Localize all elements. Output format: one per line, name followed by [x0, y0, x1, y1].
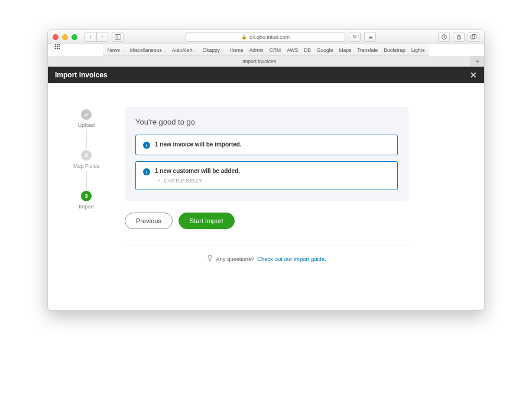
- tabs-icon: [471, 34, 476, 40]
- chevron-down-icon: ⌄: [221, 48, 224, 52]
- bookmark-item[interactable]: Lights: [411, 47, 425, 53]
- page-body: Upload 2 Map Fields 3 Import You're good…: [48, 83, 484, 310]
- nav-arrows: ‹ ›: [85, 32, 108, 42]
- lock-icon: 🔒: [241, 34, 247, 40]
- bookmark-item[interactable]: Admin: [249, 47, 264, 53]
- nav-forward-button[interactable]: ›: [96, 32, 108, 42]
- bookmark-item[interactable]: DB: [304, 47, 311, 53]
- main-content: You're good to go i 1 new invoice will b…: [125, 107, 408, 263]
- browser-toolbar: ‹ › 🔒 c4.qbo.intuit.com ↻ ☁︎: [48, 30, 484, 44]
- wizard-stepper: Upload 2 Map Fields 3 Import: [66, 107, 107, 263]
- check-icon: [84, 112, 89, 117]
- info-invoices: i 1 new invoice will be imported.: [135, 135, 398, 155]
- share-button[interactable]: [453, 32, 465, 42]
- info-icon: i: [143, 142, 150, 149]
- svg-rect-0: [115, 35, 121, 40]
- window-zoom-button[interactable]: [72, 34, 77, 40]
- browser-window: ‹ › 🔒 c4.qbo.intuit.com ↻ ☁︎: [47, 30, 485, 311]
- toolbar-right: [438, 32, 479, 42]
- bookmark-item[interactable]: CRM: [270, 47, 281, 53]
- new-customers-list: CASTLE KELLY: [155, 178, 390, 184]
- chevron-down-icon: ⌄: [121, 48, 124, 52]
- chevron-down-icon: ⌄: [163, 48, 166, 52]
- reload-button[interactable]: ↻: [349, 32, 361, 42]
- step-map-fields: 2 Map Fields: [73, 150, 99, 169]
- info-icon: i: [143, 168, 150, 175]
- info-customers: i 1 new customer will be added. CASTLE K…: [135, 161, 398, 190]
- window-controls: [53, 34, 77, 40]
- url-text: c4.qbo.intuit.com: [249, 34, 290, 40]
- step-import: 3 Import: [79, 191, 94, 210]
- tabs-button[interactable]: [468, 32, 479, 42]
- bookmark-item[interactable]: Google: [317, 47, 333, 53]
- bookmark-item[interactable]: News⌄: [108, 47, 124, 53]
- panel-title: You're good to go: [135, 117, 398, 126]
- step-upload: Upload: [78, 109, 95, 129]
- tab-title: Import invoices: [242, 58, 276, 64]
- sidebar-toggle-button[interactable]: [112, 32, 124, 42]
- import-guide-link[interactable]: Check out our import guide.: [257, 256, 326, 262]
- window-minimize-button[interactable]: [62, 34, 68, 40]
- bookmark-item[interactable]: AutoAlert⌄: [172, 47, 197, 53]
- start-import-button[interactable]: Start import: [179, 213, 235, 229]
- help-row: Any questions? Check out our import guid…: [125, 254, 408, 263]
- download-icon: [442, 34, 447, 40]
- step-import-label: Import: [79, 204, 94, 210]
- bookmark-item[interactable]: Bootstrap: [384, 47, 405, 53]
- lightbulb-icon: [207, 254, 213, 263]
- sidebar-icon: [115, 34, 121, 40]
- page-title: Import invoices: [55, 71, 108, 79]
- wizard-actions: Previous Start import: [125, 213, 408, 229]
- step-upload-circle: [81, 109, 92, 120]
- downloads-button[interactable]: [438, 32, 450, 42]
- step-import-circle: 3: [81, 191, 92, 201]
- bookmark-item[interactable]: Miscellaneous⌄: [130, 47, 166, 53]
- step-map-label: Map Fields: [73, 163, 99, 169]
- bookmark-item[interactable]: Home: [230, 47, 244, 53]
- svg-rect-4: [471, 35, 475, 39]
- share-icon: [456, 34, 462, 40]
- window-close-button[interactable]: [53, 34, 59, 40]
- browser-tab[interactable]: Import invoices: [48, 56, 471, 66]
- step-map-circle: 2: [81, 150, 92, 161]
- svg-rect-5: [472, 35, 476, 38]
- previous-button[interactable]: Previous: [125, 213, 173, 229]
- help-question: Any questions?: [216, 256, 254, 262]
- info-customers-text: 1 new customer will be added.: [155, 168, 240, 174]
- step-connector: [86, 130, 87, 148]
- tab-strip: Import invoices +: [48, 56, 484, 67]
- summary-panel: You're good to go i 1 new invoice will b…: [125, 107, 408, 201]
- divider: [125, 246, 408, 246]
- nav-back-button[interactable]: ‹: [85, 32, 96, 42]
- step-upload-label: Upload: [78, 122, 95, 129]
- list-item: CASTLE KELLY: [158, 178, 390, 184]
- bookmark-item[interactable]: Maps: [339, 47, 351, 53]
- close-icon[interactable]: ✕: [470, 70, 477, 80]
- bookmark-item[interactable]: Okappy⌄: [203, 47, 224, 53]
- bookmarks-grid-icon[interactable]: [55, 44, 60, 50]
- bookmark-item[interactable]: AWS: [287, 47, 298, 53]
- chevron-down-icon: ⌄: [194, 48, 197, 52]
- address-bar[interactable]: 🔒 c4.qbo.intuit.com: [186, 32, 345, 42]
- bookmark-item[interactable]: Translate: [357, 47, 378, 53]
- step-connector: [86, 171, 87, 189]
- page-header: Import invoices ✕: [48, 67, 484, 83]
- info-invoices-text: 1 new invoice will be imported.: [155, 141, 242, 148]
- new-tab-button[interactable]: +: [471, 56, 484, 66]
- bookmarks-bar: News⌄Miscellaneous⌄AutoAlert⌄Okappy⌄Home…: [103, 44, 430, 56]
- cloud-tabs-button[interactable]: ☁︎: [364, 32, 376, 42]
